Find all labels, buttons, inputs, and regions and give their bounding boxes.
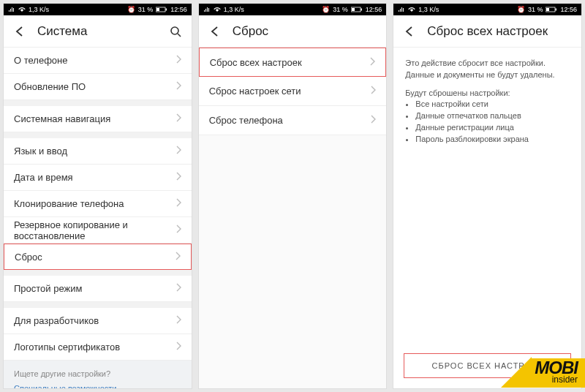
list-item-label: Язык и ввод <box>14 146 67 157</box>
page-title: Сброс всех настроек <box>427 24 574 39</box>
svg-rect-7 <box>361 9 362 11</box>
list-item[interactable]: Язык и ввод <box>4 138 192 165</box>
list-item[interactable]: О телефоне <box>4 48 192 74</box>
reset-bullets: Все настройки сетиДанные отпечатков паль… <box>393 99 581 146</box>
phone-reset-all: 1,3 K/s ⏰ 31 % 12:56 Сброс всех настроек… <box>393 3 582 389</box>
page-title: Сброс <box>233 24 380 39</box>
page-title: Система <box>37 24 167 39</box>
chevron-right-icon <box>369 57 375 66</box>
list-item[interactable]: Обновление ПО <box>4 74 192 100</box>
list-item-label: Дата и время <box>14 172 73 183</box>
battery-icon <box>156 7 167 12</box>
svg-rect-1 <box>156 8 159 11</box>
list-item-label: Для разработчиков <box>14 315 99 326</box>
reset-description: Это действие сбросит все настройки. Данн… <box>393 48 581 84</box>
list-item[interactable]: Простой режим <box>4 276 192 302</box>
bullet-item: Данные отпечатков пальцев <box>415 110 570 122</box>
list-item-label: Сброс всех настроек <box>210 57 302 68</box>
list-item[interactable]: Логотипы сертификатов <box>4 334 192 361</box>
search-button[interactable] <box>167 23 184 40</box>
status-bar: 1,3 K/s ⏰ 31 % 12:56 <box>199 4 387 15</box>
list-item[interactable]: Сброс <box>4 244 192 270</box>
back-button[interactable] <box>206 23 224 40</box>
phone-reset: 1,3 K/s ⏰ 31 % 12:56 Сброс Сброс всех на… <box>198 3 388 389</box>
list-item-label: Простой режим <box>14 283 82 294</box>
reset-list: Сброс всех настроекСброс настроек сетиСб… <box>199 48 387 388</box>
list-item[interactable]: Сброс всех настроек <box>199 48 387 77</box>
bullet-item: Пароль разблокировки экрана <box>415 134 570 146</box>
list-item[interactable]: Дата и время <box>4 165 192 191</box>
chevron-right-icon <box>176 198 181 207</box>
chevron-right-icon <box>176 283 181 292</box>
list-item-label: Системная навигация <box>14 113 110 124</box>
chevron-right-icon <box>176 342 181 350</box>
app-header: Система <box>4 15 192 48</box>
list-item-label: Обновление ПО <box>14 81 86 92</box>
status-bar: 1,3 K/s ⏰ 31 % 12:56 <box>393 4 581 15</box>
svg-rect-2 <box>166 9 167 11</box>
back-button[interactable] <box>11 23 29 40</box>
battery-pct: 31 % <box>138 6 154 13</box>
svg-point-3 <box>171 27 178 34</box>
chevron-right-icon <box>176 55 181 64</box>
list-item[interactable]: Резервное копирование и восстановление <box>4 217 192 244</box>
phone-system: 1,3 K/s ⏰ 31 % 12:56 Система О телефонеО… <box>3 3 192 389</box>
chevron-right-icon <box>176 315 181 324</box>
hint-title: Ищете другие настройки? <box>14 369 181 378</box>
search-icon <box>169 25 182 38</box>
hint-block: Ищете другие настройки?Специальные возмо… <box>4 361 192 388</box>
bullet-item: Все настройки сети <box>415 99 570 110</box>
svg-rect-10 <box>556 9 557 11</box>
svg-rect-9 <box>546 8 549 11</box>
alarm-icon: ⏰ <box>127 6 135 13</box>
chevron-right-icon <box>176 172 181 181</box>
reset-subhead: Будут сброшены настройки: <box>393 84 581 99</box>
chevron-right-icon <box>176 81 181 90</box>
chevron-right-icon <box>176 146 181 154</box>
app-header: Сброс <box>199 15 387 48</box>
net-speed: 1,3 K/s <box>29 6 49 13</box>
status-bar: 1,3 K/s ⏰ 31 % 12:56 <box>4 4 192 15</box>
chevron-right-icon <box>175 252 181 260</box>
chevron-right-icon <box>370 115 376 124</box>
list-item-label: Логотипы сертификатов <box>14 342 120 353</box>
svg-rect-6 <box>352 8 355 11</box>
hint-link[interactable]: Специальные возможности <box>14 384 181 388</box>
list-item[interactable]: Сброс телефона <box>199 106 387 135</box>
bullet-item: Данные регистрации лица <box>415 122 570 134</box>
settings-list: О телефонеОбновление ПОСистемная навигац… <box>4 48 192 388</box>
list-item[interactable]: Сброс настроек сети <box>199 77 387 106</box>
list-item[interactable]: Для разработчиков <box>4 308 192 334</box>
back-button[interactable] <box>401 23 418 40</box>
chevron-right-icon <box>370 86 376 94</box>
reset-all-button[interactable]: СБРОС ВСЕХ НАСТРОЕК <box>404 353 571 378</box>
chevron-right-icon <box>176 225 181 233</box>
list-item[interactable]: Системная навигация <box>4 106 192 132</box>
svg-line-4 <box>178 34 181 37</box>
clock: 12:56 <box>170 6 187 13</box>
chevron-right-icon <box>176 113 181 122</box>
app-header: Сброс всех настроек <box>393 15 581 48</box>
list-item[interactable]: Клонирование телефона <box>4 191 192 217</box>
list-item-label: Сброс <box>15 252 42 263</box>
list-item-label: Резервное копирование и восстановление <box>14 219 176 241</box>
list-item-label: О телефоне <box>14 55 67 66</box>
list-item-label: Сброс настроек сети <box>209 86 301 97</box>
list-item-label: Клонирование телефона <box>14 198 124 209</box>
list-item-label: Сброс телефона <box>209 115 283 126</box>
